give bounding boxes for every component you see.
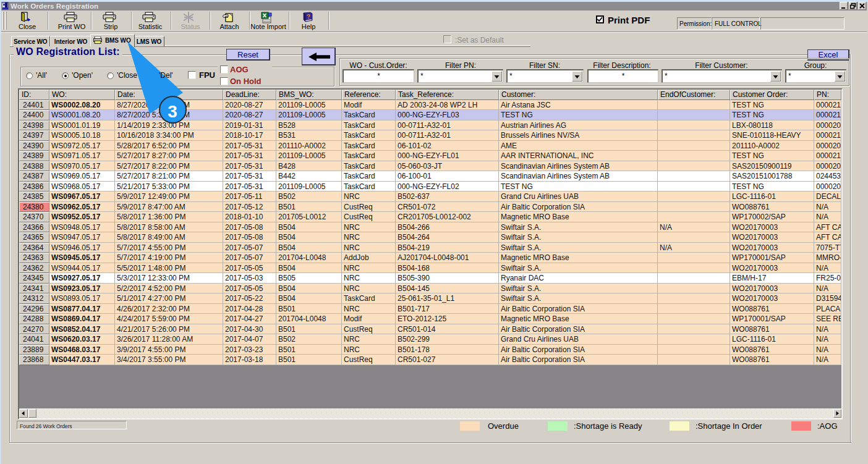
svg-text:?: ? (306, 12, 311, 20)
